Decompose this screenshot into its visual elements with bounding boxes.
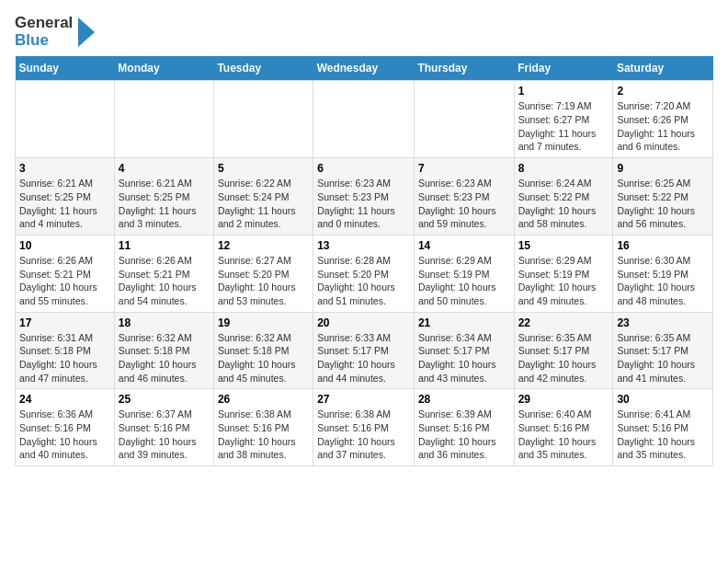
- day-number: 2: [617, 85, 709, 98]
- day-info: Sunrise: 6:22 AM Sunset: 5:24 PM Dayligh…: [218, 177, 309, 231]
- weekday-header-tuesday: Tuesday: [213, 56, 313, 81]
- weekday-header-saturday: Saturday: [613, 56, 713, 81]
- calendar-cell: 15Sunrise: 6:29 AM Sunset: 5:19 PM Dayli…: [514, 235, 613, 312]
- calendar-cell: 3Sunrise: 6:21 AM Sunset: 5:25 PM Daylig…: [16, 158, 115, 236]
- day-info: Sunrise: 6:38 AM Sunset: 5:16 PM Dayligh…: [218, 408, 309, 462]
- day-number: 1: [518, 85, 609, 98]
- calendar-cell: [313, 81, 415, 158]
- day-info: Sunrise: 6:31 AM Sunset: 5:18 PM Dayligh…: [19, 331, 110, 385]
- weekday-header-sunday: Sunday: [16, 56, 115, 81]
- calendar-cell: 13Sunrise: 6:28 AM Sunset: 5:20 PM Dayli…: [313, 235, 415, 312]
- day-number: 11: [119, 239, 210, 252]
- header: General Blue: [15, 15, 713, 49]
- calendar-cell: [213, 81, 313, 158]
- day-number: 28: [418, 393, 510, 406]
- day-number: 8: [518, 162, 609, 175]
- calendar-cell: 4Sunrise: 6:21 AM Sunset: 5:25 PM Daylig…: [114, 158, 213, 236]
- day-number: 21: [418, 316, 510, 329]
- day-info: Sunrise: 6:41 AM Sunset: 5:16 PM Dayligh…: [617, 408, 709, 462]
- weekday-header-wednesday: Wednesday: [313, 56, 415, 81]
- day-info: Sunrise: 6:38 AM Sunset: 5:16 PM Dayligh…: [317, 408, 410, 462]
- calendar-cell: 29Sunrise: 6:40 AM Sunset: 5:16 PM Dayli…: [514, 389, 613, 466]
- calendar-cell: 11Sunrise: 6:26 AM Sunset: 5:21 PM Dayli…: [114, 235, 213, 312]
- week-row-2: 3Sunrise: 6:21 AM Sunset: 5:25 PM Daylig…: [16, 158, 713, 236]
- day-info: Sunrise: 6:36 AM Sunset: 5:16 PM Dayligh…: [19, 408, 110, 462]
- day-number: 16: [617, 239, 709, 252]
- calendar-cell: 14Sunrise: 6:29 AM Sunset: 5:19 PM Dayli…: [414, 235, 514, 312]
- day-number: 6: [317, 162, 410, 175]
- calendar-cell: 21Sunrise: 6:34 AM Sunset: 5:17 PM Dayli…: [414, 312, 514, 389]
- calendar-cell: [414, 81, 514, 158]
- calendar-cell: 30Sunrise: 6:41 AM Sunset: 5:16 PM Dayli…: [613, 389, 713, 466]
- day-info: Sunrise: 6:33 AM Sunset: 5:17 PM Dayligh…: [317, 331, 410, 385]
- day-info: Sunrise: 7:20 AM Sunset: 6:26 PM Dayligh…: [617, 99, 709, 154]
- day-info: Sunrise: 6:35 AM Sunset: 5:17 PM Dayligh…: [518, 331, 609, 385]
- week-row-4: 17Sunrise: 6:31 AM Sunset: 5:18 PM Dayli…: [16, 312, 713, 389]
- week-row-5: 24Sunrise: 6:36 AM Sunset: 5:16 PM Dayli…: [16, 389, 713, 466]
- day-number: 17: [19, 316, 110, 329]
- logo-blue-text: Blue: [15, 32, 73, 50]
- day-info: Sunrise: 6:29 AM Sunset: 5:19 PM Dayligh…: [518, 254, 609, 308]
- calendar-cell: 20Sunrise: 6:33 AM Sunset: 5:17 PM Dayli…: [313, 312, 415, 389]
- calendar-cell: 19Sunrise: 6:32 AM Sunset: 5:18 PM Dayli…: [213, 312, 313, 389]
- calendar-cell: 18Sunrise: 6:32 AM Sunset: 5:18 PM Dayli…: [114, 312, 213, 389]
- logo: General Blue: [15, 15, 97, 49]
- day-number: 12: [218, 239, 309, 252]
- calendar-cell: 23Sunrise: 6:35 AM Sunset: 5:17 PM Dayli…: [613, 312, 713, 389]
- day-number: 10: [19, 239, 110, 252]
- week-row-1: 1Sunrise: 7:19 AM Sunset: 6:27 PM Daylig…: [16, 81, 713, 158]
- calendar-cell: 10Sunrise: 6:26 AM Sunset: 5:21 PM Dayli…: [16, 235, 115, 312]
- weekday-header-monday: Monday: [114, 56, 213, 81]
- svg-marker-0: [78, 17, 95, 47]
- day-info: Sunrise: 6:23 AM Sunset: 5:23 PM Dayligh…: [317, 177, 410, 231]
- day-info: Sunrise: 6:32 AM Sunset: 5:18 PM Dayligh…: [218, 331, 309, 385]
- day-number: 5: [218, 162, 309, 175]
- calendar-table: SundayMondayTuesdayWednesdayThursdayFrid…: [15, 56, 713, 466]
- day-info: Sunrise: 6:26 AM Sunset: 5:21 PM Dayligh…: [119, 254, 210, 308]
- day-number: 9: [617, 162, 709, 175]
- calendar-cell: 17Sunrise: 6:31 AM Sunset: 5:18 PM Dayli…: [16, 312, 115, 389]
- calendar-cell: 2Sunrise: 7:20 AM Sunset: 6:26 PM Daylig…: [613, 81, 713, 158]
- day-number: 25: [119, 393, 210, 406]
- day-number: 26: [218, 393, 309, 406]
- logo-general-text: General: [15, 15, 73, 32]
- calendar-cell: 27Sunrise: 6:38 AM Sunset: 5:16 PM Dayli…: [313, 389, 415, 466]
- calendar-cell: 9Sunrise: 6:25 AM Sunset: 5:22 PM Daylig…: [613, 158, 713, 236]
- day-number: 29: [518, 393, 609, 406]
- day-info: Sunrise: 6:29 AM Sunset: 5:19 PM Dayligh…: [418, 254, 510, 308]
- calendar-cell: 24Sunrise: 6:36 AM Sunset: 5:16 PM Dayli…: [16, 389, 115, 466]
- calendar-cell: 6Sunrise: 6:23 AM Sunset: 5:23 PM Daylig…: [313, 158, 415, 236]
- calendar-cell: [16, 81, 115, 158]
- day-number: 4: [119, 162, 210, 175]
- day-number: 30: [617, 393, 709, 406]
- day-info: Sunrise: 6:35 AM Sunset: 5:17 PM Dayligh…: [617, 331, 709, 385]
- day-number: 15: [518, 239, 609, 252]
- day-number: 18: [119, 316, 210, 329]
- calendar-cell: 8Sunrise: 6:24 AM Sunset: 5:22 PM Daylig…: [514, 158, 613, 236]
- day-info: Sunrise: 6:32 AM Sunset: 5:18 PM Dayligh…: [119, 331, 210, 385]
- day-number: 24: [19, 393, 110, 406]
- day-number: 20: [317, 316, 410, 329]
- day-info: Sunrise: 6:28 AM Sunset: 5:20 PM Dayligh…: [317, 254, 410, 308]
- logo-chevron-icon: [76, 16, 97, 49]
- calendar-cell: 22Sunrise: 6:35 AM Sunset: 5:17 PM Dayli…: [514, 312, 613, 389]
- calendar-cell: 16Sunrise: 6:30 AM Sunset: 5:19 PM Dayli…: [613, 235, 713, 312]
- day-info: Sunrise: 6:34 AM Sunset: 5:17 PM Dayligh…: [418, 331, 510, 385]
- day-info: Sunrise: 6:25 AM Sunset: 5:22 PM Dayligh…: [617, 177, 709, 231]
- day-info: Sunrise: 6:37 AM Sunset: 5:16 PM Dayligh…: [119, 408, 210, 462]
- weekday-header-friday: Friday: [514, 56, 613, 81]
- day-info: Sunrise: 6:21 AM Sunset: 5:25 PM Dayligh…: [119, 177, 210, 231]
- day-info: Sunrise: 6:24 AM Sunset: 5:22 PM Dayligh…: [518, 177, 609, 231]
- day-number: 27: [317, 393, 410, 406]
- calendar-cell: [114, 81, 213, 158]
- calendar-cell: 7Sunrise: 6:23 AM Sunset: 5:23 PM Daylig…: [414, 158, 514, 236]
- weekday-header-thursday: Thursday: [414, 56, 514, 81]
- calendar-cell: 5Sunrise: 6:22 AM Sunset: 5:24 PM Daylig…: [213, 158, 313, 236]
- day-info: Sunrise: 6:26 AM Sunset: 5:21 PM Dayligh…: [19, 254, 110, 308]
- day-number: 22: [518, 316, 609, 329]
- calendar-cell: 28Sunrise: 6:39 AM Sunset: 5:16 PM Dayli…: [414, 389, 514, 466]
- calendar-cell: 12Sunrise: 6:27 AM Sunset: 5:20 PM Dayli…: [213, 235, 313, 312]
- day-number: 19: [218, 316, 309, 329]
- day-info: Sunrise: 6:40 AM Sunset: 5:16 PM Dayligh…: [518, 408, 609, 462]
- calendar-cell: 25Sunrise: 6:37 AM Sunset: 5:16 PM Dayli…: [114, 389, 213, 466]
